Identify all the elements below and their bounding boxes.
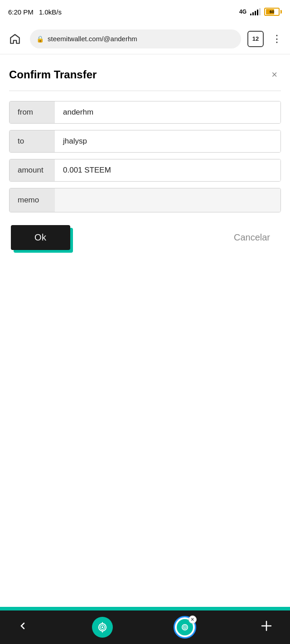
browser-bar: 🔒 steemitwallet.com/@anderhm 12 ⋮ xyxy=(0,24,290,54)
network-type: 4G xyxy=(239,9,246,15)
close-button[interactable]: × xyxy=(268,67,281,82)
close-tab-badge[interactable]: × xyxy=(188,615,197,624)
to-label: to xyxy=(10,130,55,152)
home-icon xyxy=(9,33,21,45)
to-value: jhalysp xyxy=(55,130,280,152)
plus-icon xyxy=(260,620,273,632)
lock-icon: 🔒 xyxy=(36,35,44,43)
back-button[interactable] xyxy=(14,617,32,638)
svg-point-7 xyxy=(184,627,185,628)
to-field: to jhalysp xyxy=(9,130,281,153)
network-speed: 1.0kB/s xyxy=(39,8,62,16)
ok-button[interactable]: Ok xyxy=(11,225,70,250)
time-display: 6:20 PM xyxy=(8,8,34,16)
dialog-header: Confirm Transfer × xyxy=(9,67,281,82)
cancel-button[interactable]: Cancelar xyxy=(225,225,279,250)
button-row: Ok Cancelar xyxy=(9,225,281,250)
menu-button[interactable]: ⋮ xyxy=(270,31,284,47)
tab-count: 12 xyxy=(252,35,259,42)
tab-count-button[interactable]: 12 xyxy=(247,31,264,47)
battery-level: 60 xyxy=(265,10,279,14)
from-value: anderhm xyxy=(55,101,280,123)
svg-point-2 xyxy=(102,626,103,628)
bottom-teal-bar xyxy=(0,607,290,610)
memo-label: memo xyxy=(10,188,55,212)
home-button[interactable] xyxy=(6,30,24,48)
from-label: from xyxy=(10,101,55,123)
back-icon xyxy=(17,620,28,631)
amount-field: amount 0.001 STEEM xyxy=(9,159,281,182)
current-tab-button[interactable]: × xyxy=(174,616,196,639)
amount-label: amount xyxy=(10,159,55,181)
dialog-title: Confirm Transfer xyxy=(9,68,97,81)
url-bar[interactable]: 🔒 steemitwallet.com/@anderhm xyxy=(30,29,241,48)
memo-value[interactable] xyxy=(55,188,280,212)
ok-button-wrapper: Ok xyxy=(11,225,70,250)
spiral-icon xyxy=(97,621,108,633)
bottom-navigation: × xyxy=(0,610,290,644)
amount-value: 0.001 STEEM xyxy=(55,159,280,181)
browser-icon-button[interactable] xyxy=(92,617,113,638)
from-field: from anderhm xyxy=(9,101,281,124)
status-bar: 6:20 PM 1.0kB/s 4G 60 xyxy=(0,0,290,24)
dialog-divider xyxy=(9,91,281,91)
main-content: Confirm Transfer × from anderhm to jhaly… xyxy=(0,54,290,259)
tab-spiral-icon xyxy=(180,622,190,632)
signal-bars-icon xyxy=(250,8,261,15)
url-text: steemitwallet.com/@anderhm xyxy=(48,35,137,43)
status-left: 6:20 PM 1.0kB/s xyxy=(8,8,62,16)
battery-indicator: 60 xyxy=(264,8,282,16)
memo-field: memo xyxy=(9,188,281,212)
status-right: 4G 60 xyxy=(239,8,282,16)
new-tab-button[interactable] xyxy=(256,616,276,639)
close-tab-icon: × xyxy=(191,616,194,623)
